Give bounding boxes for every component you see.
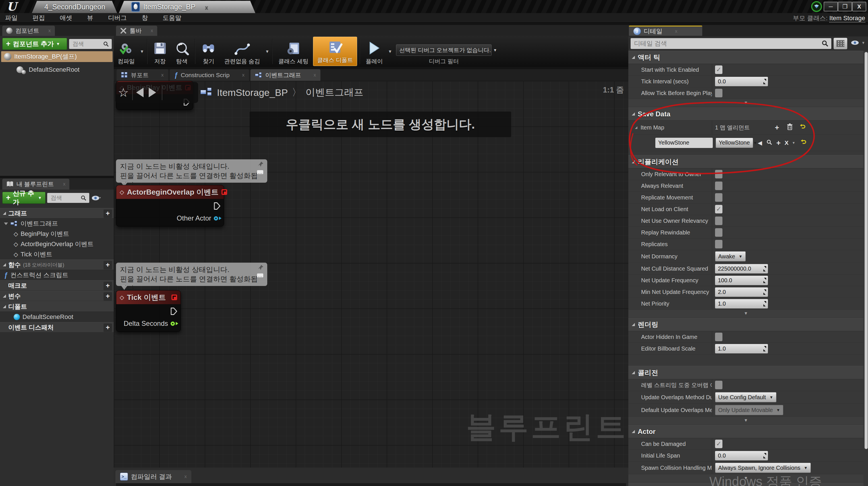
- my-blueprint-search-input[interactable]: [50, 194, 81, 201]
- add-icon[interactable]: +: [103, 282, 112, 290]
- toolbar-button-hide-unrelated[interactable]: 관련없음 숨김: [220, 36, 264, 67]
- section-header-함수[interactable]: 함수(18 오버라이더블)+: [0, 259, 114, 270]
- reset-icon[interactable]: [800, 124, 806, 131]
- tree-item-self[interactable]: ItemStorage_BP(셀프): [1, 51, 113, 62]
- toolbar-button-browse[interactable]: 탐색: [171, 36, 193, 67]
- components-search[interactable]: [69, 39, 112, 49]
- components-search-input[interactable]: [72, 40, 103, 48]
- details-search-input[interactable]: [633, 39, 822, 48]
- pin-icon[interactable]: [257, 264, 264, 270]
- checkbox[interactable]: ✓: [715, 217, 722, 225]
- details-section-리플리케이션[interactable]: 리플리케이션: [628, 155, 863, 168]
- close-icon[interactable]: x: [205, 4, 208, 10]
- toolbar-button-compile[interactable]: 컴파일: [114, 36, 139, 67]
- add-new-button[interactable]: + 신규 추가 ▼: [2, 192, 45, 204]
- map-value-dropdown[interactable]: YellowStone▼: [716, 138, 753, 148]
- float-pin-icon[interactable]: [170, 321, 175, 326]
- menu-item-디버그[interactable]: 디버그: [108, 13, 127, 22]
- number-field[interactable]: 1.0: [715, 299, 768, 309]
- exec-pin-icon[interactable]: [212, 202, 221, 210]
- section-header-그래프[interactable]: 그래프+: [0, 208, 114, 219]
- delete-icon[interactable]: X: [785, 140, 789, 146]
- project-tab[interactable]: 4_SecondDungeon: [32, 1, 117, 13]
- checkbox-checked[interactable]: ✓: [715, 205, 722, 213]
- dropdown[interactable]: Use Config Default▼: [715, 392, 776, 402]
- expand-triangle-icon[interactable]: [635, 126, 638, 129]
- trash-icon[interactable]: [787, 123, 793, 132]
- map-key-field[interactable]: YellowStone: [655, 138, 713, 148]
- tree-item-scene-root[interactable]: DefaultSceneRoot: [17, 65, 80, 75]
- nav-back-icon[interactable]: [136, 88, 144, 97]
- comment-icon[interactable]: [257, 274, 263, 278]
- toolbar-button-play[interactable]: 플레이: [362, 36, 387, 67]
- my-blueprint-search[interactable]: [47, 193, 89, 203]
- dropdown[interactable]: Awake▼: [715, 251, 746, 261]
- eye-icon[interactable]: [92, 195, 101, 201]
- details-tab[interactable]: i 디테일x: [629, 26, 702, 36]
- asset-tab[interactable]: ItemStorage_BPx: [119, 1, 255, 13]
- checkbox[interactable]: ✓: [715, 89, 722, 97]
- number-field[interactable]: 0.0: [715, 77, 768, 86]
- restore-button[interactable]: ❐: [838, 2, 852, 11]
- list-item[interactable]: ◇Tick 이벤트: [0, 249, 114, 259]
- reset-icon[interactable]: [800, 139, 807, 146]
- number-field[interactable]: 225000000.0: [715, 264, 768, 274]
- checkbox[interactable]: ✓: [715, 240, 722, 249]
- menu-item-창[interactable]: 창: [142, 13, 148, 22]
- checkbox[interactable]: ✓: [715, 193, 722, 202]
- chevron-down-icon[interactable]: ▼: [265, 49, 269, 54]
- toolbar-button-save[interactable]: 저장: [149, 36, 171, 67]
- breadcrumb-current[interactable]: 이벤트그래프: [305, 86, 363, 99]
- number-field[interactable]: 0.0: [715, 451, 768, 460]
- section-header-디폴트[interactable]: 디폴트: [0, 301, 114, 312]
- menu-item-뷰[interactable]: 뷰: [87, 13, 93, 22]
- chevron-down-icon[interactable]: ▼: [140, 49, 144, 54]
- toolbar-tab[interactable]: 툴바x: [116, 26, 157, 36]
- event-graph-canvas[interactable]: 블루프린트 우클릭으로 새 노드를 생성합니다. ◇ BeginPlay 이벤트…: [114, 81, 628, 467]
- graph-tab-이벤트그래프[interactable]: 이벤트그래프x: [250, 69, 321, 81]
- add-icon[interactable]: +: [775, 125, 779, 130]
- checkbox-checked[interactable]: ✓: [715, 439, 722, 448]
- details-section-Save Data[interactable]: Save Data: [628, 107, 863, 121]
- pin-icon[interactable]: [257, 161, 264, 167]
- bookmark-star-icon[interactable]: ☆: [118, 86, 129, 99]
- section-header-매크로[interactable]: 매크로+: [0, 280, 114, 291]
- components-tab[interactable]: 컴포넌트x: [2, 26, 55, 36]
- details-section-액터 틱[interactable]: 액터 틱: [628, 51, 863, 64]
- toolbar-button-find[interactable]: 찾기: [197, 36, 220, 67]
- view-options[interactable]: ▼: [851, 39, 865, 46]
- dropdown[interactable]: Only Update Movable▼: [715, 405, 783, 415]
- compiler-results-tab[interactable]: >_ 컴파일러 결과x: [116, 470, 191, 483]
- debug-object-dropdown[interactable]: 선택된 디버그 오브젝트가 없습니다.▼: [396, 45, 492, 56]
- list-item[interactable]: DefaultSceneRoot: [0, 312, 114, 322]
- exec-pin-icon[interactable]: [169, 307, 178, 316]
- section-expander[interactable]: ▼: [628, 310, 863, 318]
- toolbar-button-class-settings[interactable]: 클래스 세팅: [274, 36, 312, 67]
- section-header-이벤트 디스패처[interactable]: 이벤트 디스패처+: [0, 322, 114, 333]
- object-pin-icon[interactable]: [214, 216, 218, 221]
- parent-class-link[interactable]: Item Storage: [829, 15, 865, 23]
- dropdown[interactable]: Always Spawn, Ignore Collisions▼: [715, 463, 811, 473]
- property-matrix-icon[interactable]: [834, 38, 847, 49]
- checkbox[interactable]: ✓: [715, 170, 722, 178]
- add-icon[interactable]: +: [103, 323, 112, 332]
- my-blueprint-tab[interactable]: 내 블루프린트x: [2, 179, 69, 190]
- node-tick[interactable]: ◇ Tick 이벤트 Delta Seconds: [116, 290, 181, 332]
- section-expander[interactable]: ▼: [628, 417, 863, 425]
- chevron-down-icon[interactable]: ▼: [792, 141, 796, 145]
- add-icon[interactable]: +: [103, 261, 112, 269]
- list-item[interactable]: 이벤트그래프: [0, 219, 114, 229]
- toolbar-button-class-defaults[interactable]: 클래스 디폴트: [313, 37, 358, 66]
- number-field[interactable]: 2.0: [715, 287, 768, 297]
- list-item[interactable]: ◇ActorBeginOverlap 이벤트: [0, 239, 114, 249]
- details-section-Actor[interactable]: Actor: [628, 425, 863, 438]
- number-field[interactable]: 1.0: [715, 344, 768, 353]
- graph-tab-Construction Scrip[interactable]: ƒConstruction Scripx: [170, 69, 249, 81]
- close-button[interactable]: X: [852, 2, 866, 11]
- chevron-down-icon[interactable]: ▼: [388, 49, 392, 54]
- add-icon[interactable]: +: [103, 292, 112, 301]
- checkbox[interactable]: ✓: [715, 181, 722, 190]
- list-item[interactable]: ƒ컨스트럭션 스크립트: [0, 270, 114, 280]
- node-actorbeginoverlap[interactable]: ◇ ActorBeginOverlap 이벤트 Other Actor: [116, 185, 224, 227]
- menu-item-도움말[interactable]: 도움말: [163, 13, 181, 22]
